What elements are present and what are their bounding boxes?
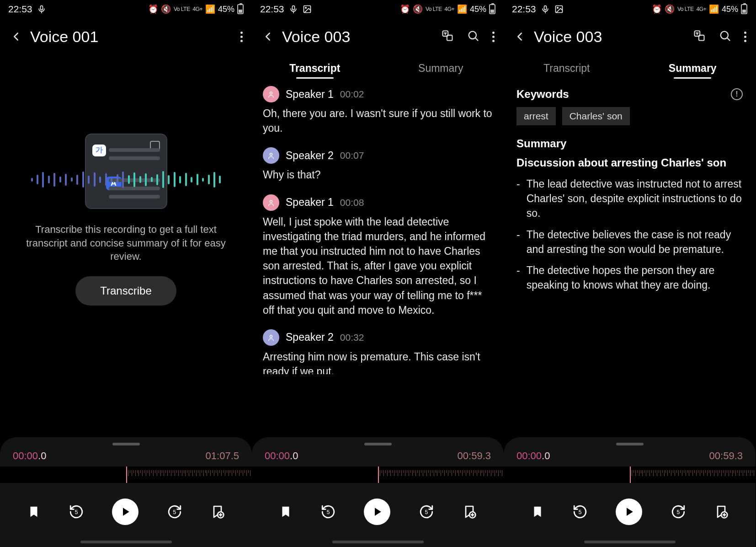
transcribe-button[interactable]: Transcribe [75, 276, 176, 306]
more-menu-button[interactable] [744, 32, 746, 42]
transcript-entry[interactable]: Speaker 1 00:08 Well, I just spoke with … [263, 194, 493, 317]
forward-5-button[interactable]: 5 [419, 504, 434, 520]
alarm-icon: ⏰ [400, 4, 410, 14]
player-panel: 00:00.0 00:59.3 5 5 [252, 437, 504, 547]
mic-icon [541, 5, 550, 14]
waveform-scrubber[interactable] [504, 467, 756, 483]
drag-handle[interactable] [616, 443, 644, 445]
play-button[interactable] [616, 499, 642, 525]
svg-rect-23 [544, 6, 546, 10]
svg-point-15 [270, 153, 272, 156]
tab-transcript[interactable]: Transcript [252, 55, 378, 81]
media-icon [554, 5, 564, 14]
summary-bullet: The lead detective was instructed not to… [516, 177, 743, 221]
transcript-entry[interactable]: Speaker 2 00:07 Why is that? [263, 147, 493, 182]
status-time: 22:53 [260, 4, 284, 15]
keyword-chip[interactable]: arrest [516, 107, 556, 125]
more-menu-button[interactable] [240, 32, 243, 42]
add-bookmark-button[interactable] [714, 504, 729, 519]
svg-point-17 [270, 335, 272, 338]
entry-timestamp: 00:02 [340, 89, 364, 100]
search-icon[interactable] [719, 29, 731, 44]
transcript-entry[interactable]: Speaker 2 00:32 Arresting him now is pre… [263, 329, 493, 374]
rewind-5-button[interactable]: 5 [572, 504, 588, 520]
keywords-label: Keywords [516, 88, 569, 101]
back-button[interactable] [513, 30, 527, 43]
total-time: 00:59.3 [709, 450, 743, 462]
entry-text: Well, I just spoke with the lead detecti… [263, 215, 493, 317]
signal-icon: 📶 [205, 4, 215, 14]
alarm-icon: ⏰ [148, 4, 158, 14]
back-button[interactable] [261, 30, 275, 43]
app-header: Voice 001 [0, 18, 252, 55]
bookmark-button[interactable] [27, 505, 41, 519]
play-button[interactable] [364, 499, 390, 525]
rewind-5-button[interactable]: 5 [69, 504, 84, 520]
svg-point-16 [270, 200, 272, 203]
waveform-scrubber[interactable] [252, 467, 504, 483]
transcript-list[interactable]: Speaker 1 00:02 Oh, there you are. I was… [252, 81, 504, 374]
status-time: 22:53 [8, 4, 32, 15]
svg-point-29 [721, 32, 728, 39]
mute-icon: 🔇 [665, 4, 675, 14]
battery-icon [741, 4, 747, 14]
translate-icon[interactable] [693, 29, 706, 44]
recording-title: Voice 001 [30, 28, 233, 46]
keyword-chip[interactable]: Charles' son [562, 107, 630, 125]
svg-rect-6 [292, 6, 294, 10]
info-icon[interactable]: ! [731, 88, 743, 100]
entry-timestamp: 00:07 [340, 150, 364, 161]
svg-marker-31 [627, 508, 633, 516]
rewind-5-button[interactable]: 5 [320, 504, 336, 520]
svg-line-13 [475, 38, 478, 40]
add-bookmark-button[interactable] [210, 504, 225, 519]
drag-handle[interactable] [112, 443, 140, 445]
svg-rect-0 [40, 6, 43, 10]
volte-icon: Vo LTE [174, 6, 190, 12]
signal-icon: 📶 [457, 4, 467, 14]
transcribe-description: Transcribe this recording to get a full … [16, 223, 236, 263]
current-time: 00:00.0 [13, 450, 46, 462]
recording-title: Voice 003 [282, 28, 434, 46]
search-icon[interactable] [467, 29, 479, 44]
media-icon [303, 5, 312, 14]
drag-handle[interactable] [364, 443, 392, 445]
transcribe-prompt: 가 A Transcribe this recording to get a f… [0, 55, 252, 384]
home-indicator[interactable] [332, 541, 424, 543]
waveform-scrubber[interactable] [0, 467, 252, 483]
summary-bullet: The detective believes the case is not r… [516, 227, 743, 257]
tab-transcript[interactable]: Transcript [504, 55, 630, 81]
keyword-chips: arrestCharles' son [516, 107, 743, 125]
tab-summary[interactable]: Summary [378, 55, 504, 81]
home-indicator[interactable] [584, 541, 676, 543]
transcript-entry[interactable]: Speaker 1 00:02 Oh, there you are. I was… [263, 86, 493, 135]
speaker-name: Speaker 2 [286, 331, 334, 343]
mic-icon [289, 5, 298, 14]
add-bookmark-button[interactable] [462, 504, 477, 519]
volte-icon: Vo LTE [426, 6, 442, 12]
more-menu-button[interactable] [492, 32, 495, 42]
speaker-avatar [263, 86, 279, 102]
battery-icon [489, 4, 495, 14]
svg-point-9 [305, 7, 306, 8]
transcribe-illustration: 가 A [85, 134, 167, 209]
forward-5-button[interactable]: 5 [167, 504, 182, 520]
tab-bar: TranscriptSummary [504, 55, 756, 81]
status-bar: 22:53 ⏰ 🔇 Vo LTE 4G+ 📶 45% [0, 0, 252, 18]
bookmark-button[interactable] [279, 505, 293, 519]
svg-line-30 [727, 38, 729, 40]
battery-percent: 45% [722, 5, 738, 14]
forward-5-button[interactable]: 5 [671, 504, 686, 520]
battery-percent: 45% [218, 5, 234, 14]
translate-icon[interactable] [441, 29, 454, 44]
tab-bar: TranscriptSummary [252, 55, 504, 81]
play-button[interactable] [112, 499, 138, 525]
tab-summary[interactable]: Summary [630, 55, 756, 81]
total-time: 00:59.3 [458, 450, 491, 462]
status-time: 22:53 [512, 4, 536, 15]
bookmark-button[interactable] [531, 505, 544, 519]
back-button[interactable] [9, 30, 23, 43]
home-indicator[interactable] [80, 541, 172, 543]
summary-bullet: The detective hopes the person they are … [516, 263, 743, 292]
battery-percent: 45% [470, 5, 486, 14]
